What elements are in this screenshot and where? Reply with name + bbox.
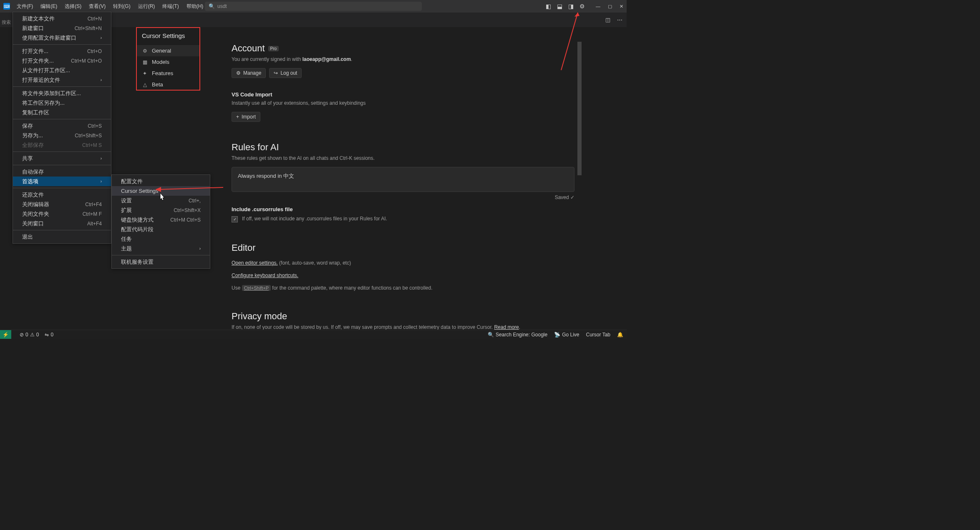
- account-title: Account Pro: [232, 43, 574, 54]
- menu-item-label: 首选项: [22, 178, 38, 185]
- settings-body: Account Pro You are currently signed in …: [232, 40, 579, 330]
- more-actions-icon[interactable]: ⋯: [617, 17, 622, 23]
- file-menu-item[interactable]: 关闭文件夹Ctrl+M F: [13, 209, 111, 219]
- menu-item-label: 配置代码片段: [121, 226, 154, 233]
- file-menu-item[interactable]: 保存Ctrl+S: [13, 121, 111, 131]
- rules-textarea[interactable]: Always respond in 中文: [232, 167, 574, 192]
- menu-item-label: 自动保存: [22, 168, 44, 176]
- import-button[interactable]: +Import: [232, 112, 260, 122]
- file-menu-item[interactable]: 新建文本文件Ctrl+N: [13, 14, 111, 23]
- file-menu-item[interactable]: 还原文件: [13, 190, 111, 199]
- file-menu-item[interactable]: 另存为...Ctrl+Shift+S: [13, 131, 111, 140]
- menu-item-label: 全部保存: [22, 141, 44, 149]
- menu-item-label: 还原文件: [22, 191, 44, 199]
- file-menu-item[interactable]: 将文件夹添加到工作区...: [13, 88, 111, 98]
- menu-item-label: Cursor Settings: [121, 188, 159, 194]
- menu-item-label: 关闭文件夹: [22, 210, 49, 218]
- file-menu-item[interactable]: 打开最近的文件›: [13, 75, 111, 85]
- remote-indicator[interactable]: ⚡: [0, 330, 11, 339]
- split-editor-icon[interactable]: ◫: [605, 17, 610, 23]
- pref-menu-item[interactable]: 扩展Ctrl+Shift+X: [112, 205, 210, 215]
- file-menu-item[interactable]: 将工作区另存为...: [13, 98, 111, 108]
- menu-item-label: 新建文本文件: [22, 15, 55, 23]
- rules-title: Rules for AI: [232, 142, 574, 153]
- settings-nav-features[interactable]: ✦ Features: [136, 68, 200, 79]
- menu-select[interactable]: 选择(S): [61, 1, 85, 12]
- gear-icon[interactable]: ⚙: [579, 3, 585, 10]
- chevron-right-icon: ›: [101, 35, 102, 40]
- file-menu-item[interactable]: 打开文件...Ctrl+O: [13, 46, 111, 56]
- file-menu-item[interactable]: 关闭窗口Alt+F4: [13, 219, 111, 228]
- menu-separator: [13, 151, 111, 152]
- menu-item-label: 任务: [121, 235, 132, 243]
- pref-menu-item[interactable]: Cursor Settings: [112, 186, 210, 196]
- file-menu-item[interactable]: 关闭编辑器Ctrl+F4: [13, 199, 111, 209]
- include-cursorrules-checkbox[interactable]: ✓: [232, 216, 238, 222]
- menu-run[interactable]: 运行(R): [135, 1, 159, 12]
- menu-item-label: 打开最近的文件: [22, 76, 60, 84]
- file-menu-item[interactable]: 使用配置文件新建窗口›: [13, 33, 111, 43]
- pref-menu-item[interactable]: 联机服务设置: [112, 257, 210, 267]
- notifications-icon[interactable]: 🔔: [617, 332, 623, 338]
- read-more-link[interactable]: Read more: [494, 324, 519, 330]
- cmd-palette-kbd: Ctrl+Shift+P: [242, 285, 271, 291]
- pref-menu-item[interactable]: 任务: [112, 234, 210, 244]
- menu-view[interactable]: 查看(V): [86, 1, 109, 12]
- settings-nav-general[interactable]: ⚙ General: [136, 45, 200, 56]
- privacy-desc: If on, none of your code will be stored …: [232, 324, 574, 330]
- go-live-button[interactable]: 📡Go Live: [554, 332, 579, 338]
- menu-item-label: 关闭窗口: [22, 220, 44, 227]
- menu-edit[interactable]: 编辑(E): [37, 1, 60, 12]
- menu-terminal[interactable]: 终端(T): [159, 1, 182, 12]
- menu-item-label: 联机服务设置: [121, 258, 154, 266]
- pref-menu-item[interactable]: 主题›: [112, 244, 210, 253]
- window-maximize[interactable]: ▢: [608, 4, 612, 9]
- menu-item-label: 另存为...: [22, 132, 43, 139]
- file-menu-item[interactable]: 从文件打开工作区...: [13, 66, 111, 75]
- menu-item-label: 设置: [121, 197, 132, 204]
- cursor-tab-indicator[interactable]: Cursor Tab: [586, 332, 610, 338]
- file-menu-item[interactable]: 自动保存: [13, 167, 111, 177]
- search-engine-indicator[interactable]: 🔍Search Engine: Google: [488, 332, 547, 338]
- pref-menu-item[interactable]: 键盘快捷方式Ctrl+M Ctrl+S: [112, 215, 210, 225]
- settings-nav-beta[interactable]: △ Beta: [136, 79, 200, 90]
- problems-indicator[interactable]: ⊘0 ⚠0: [20, 332, 39, 338]
- menu-shortcut: Ctrl+M Ctrl+O: [71, 58, 102, 64]
- layout-left-icon[interactable]: ◧: [546, 3, 551, 10]
- file-menu-item[interactable]: 打开文件夹...Ctrl+M Ctrl+O: [13, 56, 111, 66]
- chevron-right-icon: ›: [101, 156, 102, 161]
- pref-menu-item[interactable]: 配置文件: [112, 177, 210, 186]
- window-minimize[interactable]: —: [596, 4, 600, 9]
- file-menu-item[interactable]: 共享›: [13, 154, 111, 163]
- file-menu-item[interactable]: 首选项›: [13, 177, 111, 186]
- scrollbar-thumb[interactable]: [577, 42, 582, 175]
- layout-right-icon[interactable]: ◨: [568, 3, 574, 10]
- titlebar: ⌨ 文件(F) 编辑(E) 选择(S) 查看(V) 转到(G) 运行(R) 终端…: [0, 0, 627, 13]
- menu-help[interactable]: 帮助(H): [183, 1, 207, 12]
- menu-file[interactable]: 文件(F): [13, 1, 36, 12]
- logout-button[interactable]: ↪Log out: [269, 68, 302, 78]
- chevron-right-icon: ›: [101, 179, 102, 184]
- menu-item-label: 从文件打开工作区...: [22, 67, 70, 74]
- menu-item-label: 打开文件夹...: [22, 57, 54, 65]
- menu-item-label: 共享: [22, 155, 33, 162]
- models-icon: ▦: [142, 59, 148, 65]
- manage-button[interactable]: ⚙Manage: [232, 68, 266, 78]
- configure-shortcuts-link[interactable]: Configure keyboard shortcuts.: [232, 273, 298, 278]
- file-menu-item[interactable]: 退出: [13, 232, 111, 242]
- window-close[interactable]: ✕: [620, 4, 623, 9]
- ports-indicator[interactable]: ⇋0: [45, 332, 53, 338]
- menu-item-label: 关闭编辑器: [22, 201, 49, 208]
- layout-bottom-icon[interactable]: ⬓: [557, 3, 562, 10]
- account-desc: You are currently signed in with laoeapp…: [232, 56, 574, 62]
- pref-menu-item[interactable]: 配置代码片段: [112, 225, 210, 234]
- privacy-title: Privacy mode: [232, 311, 574, 322]
- file-menu-item[interactable]: 复制工作区: [13, 108, 111, 117]
- menu-goto[interactable]: 转到(G): [110, 1, 134, 12]
- open-editor-settings-link[interactable]: Open editor settings.: [232, 260, 278, 266]
- search-input[interactable]: 🔍 usdt: [205, 2, 422, 11]
- menu-shortcut: Ctrl+Shift+S: [75, 133, 102, 139]
- file-menu-item[interactable]: 新建窗口Ctrl+Shift+N: [13, 23, 111, 33]
- settings-nav-models[interactable]: ▦ Models: [136, 56, 200, 68]
- pref-menu-item[interactable]: 设置Ctrl+,: [112, 196, 210, 205]
